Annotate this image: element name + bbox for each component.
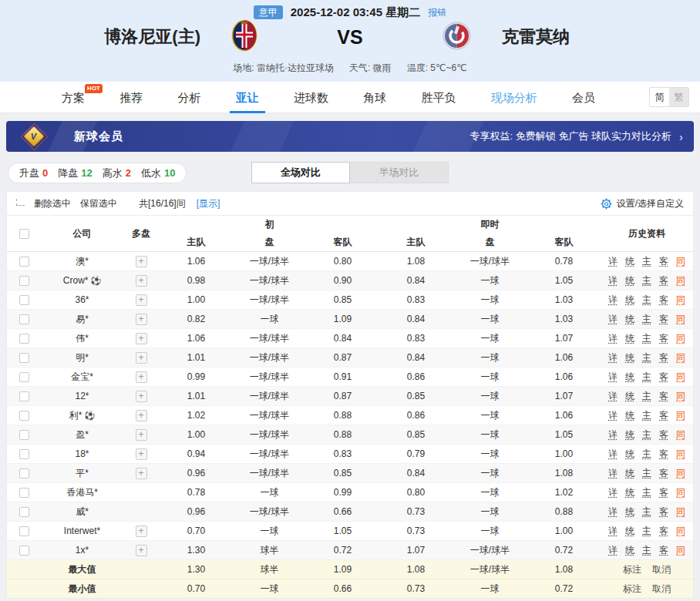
nav-item[interactable]: 进球数 — [294, 82, 328, 113]
stats-link[interactable]: 统 — [625, 448, 634, 461]
home-history-link[interactable]: 主 — [642, 486, 651, 499]
away-history-link[interactable]: 客 — [659, 332, 668, 345]
detail-link[interactable]: 详 — [608, 486, 618, 499]
stats-link[interactable]: 统 — [625, 313, 634, 326]
stats-link[interactable]: 统 — [625, 255, 634, 268]
away-history-link[interactable]: 客 — [659, 544, 668, 557]
away-history-link[interactable]: 客 — [659, 409, 668, 422]
row-checkbox[interactable] — [19, 314, 29, 324]
home-history-link[interactable]: 主 — [642, 313, 651, 326]
detail-link[interactable]: 详 — [608, 467, 618, 480]
same-odds-link[interactable]: 同 — [676, 313, 685, 326]
detail-link[interactable]: 详 — [608, 409, 618, 422]
expand-multi-button[interactable]: + — [136, 545, 147, 556]
home-history-link[interactable]: 主 — [642, 332, 651, 345]
away-history-link[interactable]: 客 — [659, 448, 668, 461]
home-history-link[interactable]: 主 — [642, 274, 651, 287]
report-error-link[interactable]: 报错 — [428, 6, 446, 19]
same-odds-link[interactable]: 同 — [676, 371, 685, 384]
nav-item[interactable]: 推荐 — [119, 82, 143, 113]
stats-link[interactable]: 统 — [625, 544, 634, 557]
same-odds-link[interactable]: 同 — [676, 332, 685, 345]
row-checkbox[interactable] — [19, 507, 29, 517]
home-history-link[interactable]: 主 — [642, 544, 651, 557]
scope-tab[interactable]: 半场对比 — [350, 162, 449, 183]
detail-link[interactable]: 详 — [608, 313, 618, 326]
home-history-link[interactable]: 主 — [642, 525, 651, 538]
stats-link[interactable]: 统 — [625, 467, 634, 480]
away-history-link[interactable]: 客 — [659, 255, 668, 268]
select-all-checkbox[interactable] — [19, 229, 29, 239]
nav-item[interactable]: 角球 — [363, 82, 386, 113]
cancel-link[interactable]: 取消 — [652, 563, 671, 576]
settings-button[interactable]: 设置/选择自定义 — [601, 197, 684, 210]
away-history-link[interactable]: 客 — [659, 351, 668, 364]
stats-link[interactable]: 统 — [625, 486, 634, 499]
detail-link[interactable]: 详 — [608, 390, 618, 403]
away-history-link[interactable]: 客 — [659, 313, 668, 326]
detail-link[interactable]: 详 — [608, 351, 618, 364]
same-odds-link[interactable]: 同 — [676, 351, 685, 364]
stats-link[interactable]: 统 — [625, 525, 634, 538]
away-history-link[interactable]: 客 — [659, 274, 668, 287]
home-history-link[interactable]: 主 — [642, 371, 651, 384]
away-history-link[interactable]: 客 — [659, 467, 668, 480]
stats-link[interactable]: 统 — [625, 371, 634, 384]
scope-tab[interactable]: 全场对比 — [251, 162, 350, 183]
row-checkbox[interactable] — [19, 526, 29, 536]
row-checkbox[interactable] — [19, 449, 29, 459]
detail-link[interactable]: 详 — [608, 448, 618, 461]
expand-multi-button[interactable]: + — [136, 410, 147, 421]
away-history-link[interactable]: 客 — [659, 390, 668, 403]
lang-simplified-button[interactable]: 简 — [650, 88, 669, 106]
row-checkbox[interactable] — [19, 391, 29, 401]
nav-item[interactable]: 现场分析 — [491, 82, 537, 113]
home-history-link[interactable]: 主 — [642, 351, 651, 364]
same-odds-link[interactable]: 同 — [676, 505, 685, 519]
detail-link[interactable]: 详 — [608, 505, 618, 519]
away-history-link[interactable]: 客 — [659, 525, 668, 538]
nav-item[interactable]: 胜平负 — [422, 82, 456, 113]
row-checkbox[interactable] — [19, 372, 29, 382]
away-history-link[interactable]: 客 — [659, 294, 668, 307]
away-history-link[interactable]: 客 — [659, 486, 668, 499]
same-odds-link[interactable]: 同 — [676, 486, 685, 499]
home-history-link[interactable]: 主 — [642, 294, 651, 307]
stats-link[interactable]: 统 — [625, 351, 634, 364]
vip-banner[interactable]: V 新球会员 专享权益: 免费解锁 免广告 球队实力对比分析 › — [6, 121, 694, 152]
row-checkbox[interactable] — [19, 411, 29, 421]
home-history-link[interactable]: 主 — [642, 255, 651, 268]
nav-item[interactable]: 分析 — [178, 82, 201, 113]
same-odds-link[interactable]: 同 — [676, 525, 685, 538]
detail-link[interactable]: 详 — [608, 294, 618, 307]
expand-multi-button[interactable]: + — [136, 314, 147, 325]
nav-item[interactable]: 会员 — [572, 82, 595, 113]
stats-link[interactable]: 统 — [625, 332, 634, 345]
stats-link[interactable]: 统 — [625, 294, 634, 307]
expand-multi-button[interactable]: + — [136, 371, 147, 383]
row-checkbox[interactable] — [19, 295, 29, 305]
stats-link[interactable]: 统 — [625, 274, 634, 287]
home-history-link[interactable]: 主 — [642, 390, 651, 403]
detail-link[interactable]: 详 — [608, 544, 618, 557]
same-odds-link[interactable]: 同 — [676, 448, 685, 461]
row-checkbox[interactable] — [19, 546, 29, 556]
detail-link[interactable]: 详 — [608, 371, 618, 384]
expand-multi-button[interactable]: + — [136, 333, 147, 344]
row-checkbox[interactable] — [19, 430, 29, 440]
mark-link[interactable]: 标注 — [623, 563, 641, 576]
away-history-link[interactable]: 客 — [659, 428, 668, 442]
expand-multi-button[interactable]: + — [136, 352, 147, 364]
row-checkbox[interactable] — [19, 488, 29, 498]
cancel-link[interactable]: 取消 — [652, 583, 671, 596]
same-odds-link[interactable]: 同 — [676, 390, 685, 403]
expand-multi-button[interactable]: + — [136, 275, 147, 287]
home-history-link[interactable]: 主 — [642, 448, 651, 461]
expand-multi-button[interactable]: + — [136, 448, 147, 460]
delete-selected-button[interactable]: 删除选中 — [34, 197, 71, 210]
expand-multi-button[interactable]: + — [136, 429, 147, 441]
home-history-link[interactable]: 主 — [642, 428, 651, 442]
same-odds-link[interactable]: 同 — [676, 409, 685, 422]
same-odds-link[interactable]: 同 — [676, 294, 685, 307]
keep-selected-button[interactable]: 保留选中 — [80, 197, 117, 210]
